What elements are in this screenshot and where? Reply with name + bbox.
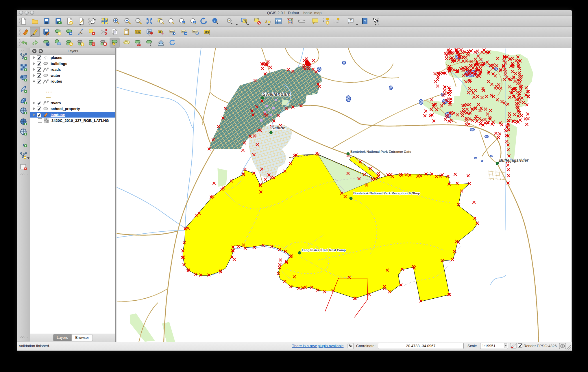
svg-text:Swellendam: Swellendam [262, 92, 291, 97]
svg-text:Railton: Railton [271, 126, 286, 130]
svg-text:Buffeljagsrivier: Buffeljagsrivier [499, 158, 529, 163]
svg-text:Lang Elsies Kraal Rest Camp: Lang Elsies Kraal Rest Camp [302, 248, 346, 252]
svg-text:,: , [23, 140, 24, 147]
svg-text:Bontebok National Park Entranc: Bontebok National Park Entrance Gate [350, 150, 411, 153]
svg-text:Bontebok National Park Recepti: Bontebok National Park Reception & Shop [353, 192, 420, 195]
